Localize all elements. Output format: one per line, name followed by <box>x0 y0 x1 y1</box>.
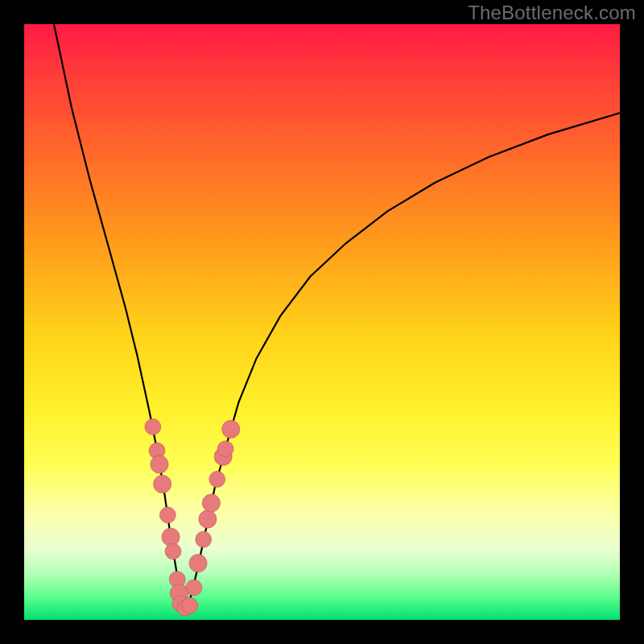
curve-marker <box>196 531 212 547</box>
curve-marker <box>186 580 202 596</box>
curve-marker <box>162 528 180 546</box>
curve-marker <box>151 456 168 473</box>
curve-marker <box>182 597 198 613</box>
curve-marker <box>145 419 161 435</box>
curve-marker <box>209 471 225 487</box>
curve-marker <box>202 494 220 512</box>
curve-marker <box>189 555 207 572</box>
curve-marker <box>154 475 171 493</box>
bottleneck-curve <box>54 24 620 608</box>
curve-marker <box>199 510 217 528</box>
chart-frame: TheBottleneck.com <box>0 0 644 644</box>
chart-svg <box>24 24 620 620</box>
plot-area <box>24 24 620 620</box>
marker-group <box>145 419 240 616</box>
watermark-text: TheBottleneck.com <box>468 2 636 24</box>
curve-marker <box>159 507 175 523</box>
curve-marker <box>165 543 181 559</box>
curve-marker <box>222 420 240 438</box>
curve-marker <box>217 441 233 457</box>
